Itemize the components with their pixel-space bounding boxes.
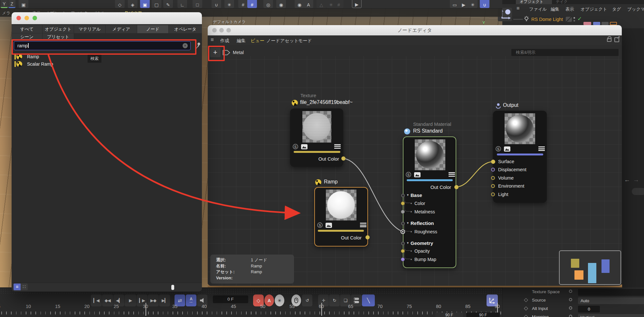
attr-field-alt-input[interactable]: 0	[578, 306, 600, 312]
input-port-surface-connected[interactable]	[491, 160, 495, 164]
viewport-menu-camera[interactable]: メラ	[2, 10, 11, 16]
grid-lock-icon[interactable]: #	[247, 0, 257, 8]
close-icon[interactable]	[16, 16, 21, 20]
menu-view[interactable]: ビュー	[251, 38, 264, 44]
magnet-snap-icon[interactable]: ∪	[212, 0, 221, 8]
hamburger-icon[interactable]: ≡	[211, 37, 214, 43]
history-forward-icon[interactable]: →	[633, 176, 639, 183]
list-view-button[interactable]: ≡	[14, 284, 21, 290]
om-menu-bookmarks[interactable]: ブックマ	[627, 6, 644, 12]
attr-anim-dot[interactable]	[569, 298, 572, 301]
menu-create[interactable]: 作成	[220, 38, 229, 44]
menu-lines-icon[interactable]	[538, 146, 545, 151]
model-mode-icon[interactable]: ▢	[152, 0, 161, 8]
visibility-dot-top[interactable]	[573, 17, 575, 19]
collapse-triangle-icon[interactable]: ▼	[406, 241, 409, 245]
target-icon[interactable]: ◎	[263, 0, 273, 8]
auto-shield-icon[interactable]: A	[304, 0, 313, 8]
solo-badge[interactable]: S	[317, 222, 323, 228]
visibility-dot-bottom[interactable]	[573, 20, 575, 22]
attr-expand-diamond[interactable]	[524, 298, 528, 302]
object-item-rs-dome-light[interactable]: RS Dome Light	[531, 17, 563, 22]
input-port-displacement[interactable]	[491, 168, 495, 172]
grid-icon[interactable]: #	[238, 0, 248, 8]
input-port-metalness[interactable]	[401, 210, 405, 214]
material-chip-selected[interactable]	[610, 22, 617, 25]
om-menu-object[interactable]: オブジェクト	[581, 6, 607, 12]
om-menu-tags[interactable]: タグ	[612, 6, 621, 12]
lattice-dim-icon[interactable]: #	[334, 0, 344, 8]
input-port-opacity[interactable]	[401, 249, 405, 253]
layer-button[interactable]	[566, 17, 572, 22]
image-icon[interactable]	[504, 146, 510, 152]
menu-node[interactable]: ノード	[266, 38, 280, 44]
menu-mode[interactable]: モード	[298, 38, 312, 44]
menu-lines-icon[interactable]	[360, 223, 366, 228]
attr-expand-diamond[interactable]	[524, 306, 528, 311]
group-port-reflection[interactable]	[401, 222, 405, 225]
hamburger-icon[interactable]: ≡	[516, 5, 519, 11]
tab-material[interactable]: マテリアル	[74, 25, 106, 33]
material-chip[interactable]	[583, 22, 591, 25]
input-port-environment[interactable]	[491, 184, 495, 188]
tab-takes[interactable]: テイク	[556, 0, 568, 5]
solo-badge[interactable]: S	[406, 172, 411, 177]
out-color-port[interactable]	[454, 185, 459, 189]
image-icon[interactable]	[301, 144, 308, 149]
om-menu-file[interactable]: ファイル	[529, 6, 547, 12]
preview-end-field[interactable]: 90 F	[466, 312, 500, 317]
menu-lines-icon[interactable]	[449, 172, 455, 177]
navigator-minimap[interactable]	[559, 250, 621, 285]
menu-asset[interactable]: アセット	[280, 38, 298, 44]
workplane-icon[interactable]: ∟	[177, 0, 187, 8]
tab-all[interactable]: すべて	[12, 25, 43, 33]
image-icon[interactable]	[414, 172, 421, 177]
tab-object[interactable]: オブジェクト	[43, 25, 74, 33]
recycle-icon[interactable]: △	[317, 0, 326, 8]
out-color-port[interactable]	[341, 156, 346, 161]
collapse-triangle-icon[interactable]: ▼	[406, 193, 409, 197]
out-color-port[interactable]	[365, 235, 370, 239]
collapse-triangle-icon[interactable]: ▼	[406, 221, 409, 225]
list-item-scalar-ramp[interactable]: Scalar Ramp	[27, 61, 53, 67]
edges-mode-icon[interactable]: ◈	[128, 0, 137, 8]
om-menu-view[interactable]: 表示	[565, 6, 574, 12]
grid-view-button[interactable]: ∷	[21, 284, 28, 290]
attr-expand-diamond[interactable]	[524, 315, 528, 317]
group-port-geometry[interactable]	[401, 242, 405, 245]
render-settings-icon[interactable]: ✳	[468, 0, 478, 8]
image-icon[interactable]	[326, 223, 332, 228]
ramp-node[interactable]: S Out Color	[314, 187, 368, 247]
magnet2-icon[interactable]: ∪	[480, 0, 489, 8]
rs-standard-node-name[interactable]: RS Standard	[413, 128, 443, 134]
solo-badge[interactable]: S	[293, 144, 298, 149]
input-port-volume[interactable]	[491, 176, 495, 180]
attr-field-source[interactable]: Auto	[578, 297, 644, 304]
lock-icon[interactable]	[607, 38, 611, 42]
input-port-color[interactable]	[401, 201, 405, 205]
history-back-icon[interactable]: ←	[624, 176, 630, 183]
nav-cube-icon[interactable]: ▣	[19, 0, 28, 8]
menu-lines-icon[interactable]	[334, 144, 341, 149]
attr-anim-dot[interactable]	[569, 315, 572, 317]
polygons-mode-icon[interactable]: ▣	[140, 0, 150, 8]
om-menu-edit[interactable]: 編集	[551, 6, 559, 12]
enabled-check-icon[interactable]: ✓	[577, 15, 582, 22]
asset-browser-titlebar[interactable]	[12, 12, 202, 24]
group-label-reflection[interactable]: Reflection	[411, 220, 434, 226]
eye-shield-icon[interactable]: ◉	[295, 0, 304, 8]
breadcrumb[interactable]: Metal	[233, 50, 244, 55]
scrollbar-thumb[interactable]	[171, 285, 174, 290]
node-editor-titlebar[interactable]: ノードエディタ	[208, 25, 622, 35]
group-port-base[interactable]	[401, 194, 405, 197]
monitor-icon[interactable]: ▭	[450, 0, 459, 8]
open-external-icon[interactable]	[614, 37, 619, 42]
texture-node-name[interactable]: file_2fe7456ff19beabf~	[300, 99, 353, 105]
tab-objects[interactable]: オブジェクト	[516, 0, 552, 4]
input-port-bump-map[interactable]	[401, 257, 405, 261]
group-label-geometry[interactable]: Geometry	[411, 240, 433, 246]
solo-badge[interactable]: S	[496, 146, 501, 152]
material-chip[interactable]	[593, 22, 600, 25]
input-port-light[interactable]	[491, 192, 495, 196]
attr-anim-dot[interactable]	[569, 290, 572, 293]
